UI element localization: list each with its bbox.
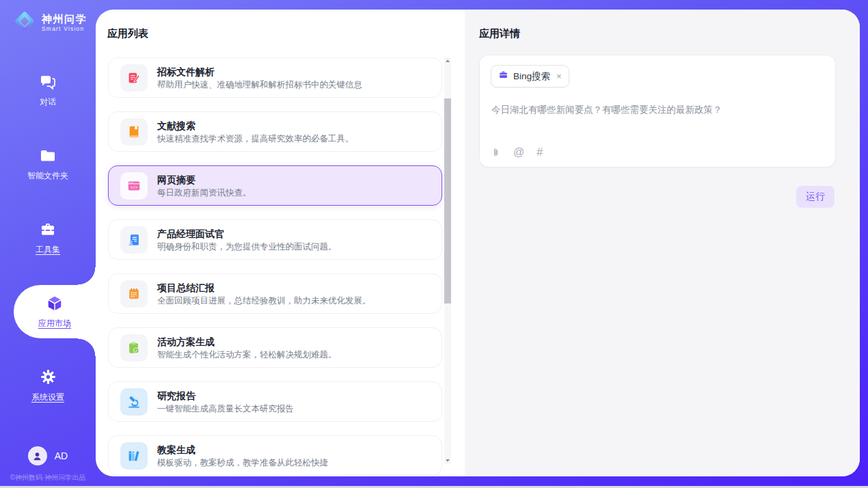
app-list-scrollbar[interactable] bbox=[444, 57, 451, 464]
app-card-desc: 快速精准查找学术资源，提高研究效率的必备工具。 bbox=[157, 134, 354, 144]
scroll-up-icon[interactable] bbox=[446, 59, 450, 62]
prompt-card[interactable]: Bing搜索 × 今日湖北有哪些新闻要点？有哪些需要关注的最新政策？ @# bbox=[479, 55, 836, 167]
notepad-icon bbox=[120, 280, 148, 308]
sidebar-nav: 对话智能文件夹工具集应用市场系统设置 bbox=[0, 72, 96, 442]
app-detail-panel: 应用详情 Bing搜索 × 今日湖北有哪些新闻要点？有哪些需要关注的最新政策？ … bbox=[465, 10, 860, 476]
svg-text:</>: </> bbox=[131, 185, 138, 189]
folder-icon bbox=[39, 146, 57, 165]
app-cards: 招标文件解析帮助用户快速、准确地理解和解析招标书中的关键信息文献搜索快速精准查找… bbox=[108, 57, 442, 476]
composer-toolbar: @# bbox=[491, 146, 543, 159]
app-card-desc: 明确身份和职责，为您提供专业性的面试问题。 bbox=[157, 242, 337, 252]
app-card-title: 网页摘要 bbox=[157, 174, 252, 185]
copyright-text: ©神州数码·神州问学出品 bbox=[0, 473, 96, 483]
webpage-code-icon: </> bbox=[120, 172, 148, 200]
books-icon bbox=[120, 442, 148, 470]
brand-diamond-icon bbox=[12, 9, 37, 36]
book-icon bbox=[120, 118, 148, 146]
app-card-title: 文献搜索 bbox=[157, 120, 354, 131]
app-card-desc: 一键智能生成高质量长文本研究报告 bbox=[157, 404, 294, 414]
cube-icon bbox=[44, 294, 65, 312]
sidebar-item-label: 对话 bbox=[40, 96, 56, 108]
gear-icon bbox=[40, 368, 57, 386]
app-card[interactable]: 项目总结汇报全面回顾项目进展，总结经验教训，助力未来优化发展。 bbox=[108, 273, 442, 314]
sidebar-item-market[interactable]: 应用市场 bbox=[14, 285, 96, 338]
app-card-title: 项目总结汇报 bbox=[157, 282, 371, 293]
scroll-down-icon[interactable] bbox=[446, 459, 450, 462]
attachment-icon[interactable] bbox=[491, 146, 501, 159]
interview-doc-icon bbox=[120, 226, 148, 254]
brand-tagline: Smart Vision bbox=[42, 25, 87, 32]
scrollbar-thumb[interactable] bbox=[444, 98, 451, 303]
person-icon bbox=[31, 450, 43, 462]
app-card-desc: 智能生成个性化活动方案，轻松解决规划难题。 bbox=[157, 350, 337, 360]
tool-chip-bing-search[interactable]: Bing搜索 × bbox=[491, 65, 569, 87]
app-card[interactable]: 文献搜索快速精准查找学术资源，提高研究效率的必备工具。 bbox=[108, 111, 442, 152]
app-list-title: 应用列表 bbox=[107, 27, 148, 40]
app-card[interactable]: 研究报告一键智能生成高质量长文本研究报告 bbox=[108, 381, 442, 422]
tool-chip-label: Bing搜索 bbox=[513, 70, 550, 83]
app-card-title: 活动方案生成 bbox=[157, 336, 337, 347]
sidebar-item-label: 工具集 bbox=[36, 244, 60, 256]
app-card[interactable]: 活动方案生成智能生成个性化活动方案，轻松解决规划难题。 bbox=[108, 327, 442, 368]
app-card-title: 教案生成 bbox=[157, 444, 328, 455]
sidebar-item-chat[interactable]: 对话 bbox=[0, 72, 96, 108]
sidebar-item-label: 应用市场 bbox=[38, 318, 71, 329]
main-content: 应用列表 招标文件解析帮助用户快速、准确地理解和解析招标书中的关键信息文献搜索快… bbox=[96, 10, 860, 476]
sidebar-item-folders[interactable]: 智能文件夹 bbox=[0, 146, 96, 182]
app-card-title: 招标文件解析 bbox=[157, 66, 362, 77]
sidebar-item-label: 系统设置 bbox=[31, 392, 64, 403]
app-card-title: 产品经理面试官 bbox=[157, 228, 337, 239]
app-card[interactable]: 教案生成模板驱动，教案秒成，教学准备从此轻松快捷 bbox=[108, 435, 442, 476]
microscope-icon bbox=[120, 388, 148, 416]
app-detail-title: 应用详情 bbox=[479, 27, 520, 40]
app-card-title: 研究报告 bbox=[157, 390, 294, 401]
toolbox-icon bbox=[39, 220, 57, 239]
app-card[interactable]: 招标文件解析帮助用户快速、准确地理解和解析招标书中的关键信息 bbox=[108, 57, 442, 98]
hash-icon[interactable]: # bbox=[537, 146, 543, 159]
sidebar-item-tools[interactable]: 工具集 bbox=[0, 220, 96, 256]
run-button[interactable]: 运行 bbox=[796, 186, 835, 208]
briefcase-icon bbox=[498, 70, 508, 83]
app-card-desc: 模板驱动，教案秒成，教学准备从此轻松快捷 bbox=[157, 458, 328, 467]
user-initials: AD bbox=[55, 450, 68, 461]
avatar bbox=[28, 446, 47, 465]
tender-doc-icon bbox=[120, 64, 148, 92]
chat-icon bbox=[39, 72, 57, 91]
app-card-desc: 帮助用户快速、准确地理解和解析招标书中的关键信息 bbox=[157, 80, 362, 90]
app-card-desc: 全面回顾项目进展，总结经验教训，助力未来优化发展。 bbox=[157, 296, 371, 306]
clipboard-check-icon bbox=[120, 334, 148, 362]
brand-logo: 神州问学 Smart Vision bbox=[12, 9, 87, 36]
sidebar-item-settings[interactable]: 系统设置 bbox=[0, 368, 96, 403]
app-card-desc: 每日政府新闻资讯快查。 bbox=[157, 188, 252, 198]
brand-name: 神州问学 bbox=[42, 13, 87, 25]
close-icon[interactable]: × bbox=[556, 72, 562, 81]
app-list-panel: 应用列表 招标文件解析帮助用户快速、准确地理解和解析招标书中的关键信息文献搜索快… bbox=[96, 10, 465, 476]
mention-icon[interactable]: @ bbox=[513, 146, 524, 159]
app-card[interactable]: 产品经理面试官明确身份和职责，为您提供专业性的面试问题。 bbox=[108, 219, 442, 260]
sidebar-item-label: 智能文件夹 bbox=[27, 170, 68, 182]
query-text[interactable]: 今日湖北有哪些新闻要点？有哪些需要关注的最新政策？ bbox=[491, 103, 824, 116]
sidebar: 神州问学 Smart Vision 对话智能文件夹工具集应用市场系统设置 AD … bbox=[0, 0, 96, 488]
user-account[interactable]: AD bbox=[0, 446, 96, 465]
app-card[interactable]: </>网页摘要每日政府新闻资讯快查。 bbox=[108, 165, 442, 206]
